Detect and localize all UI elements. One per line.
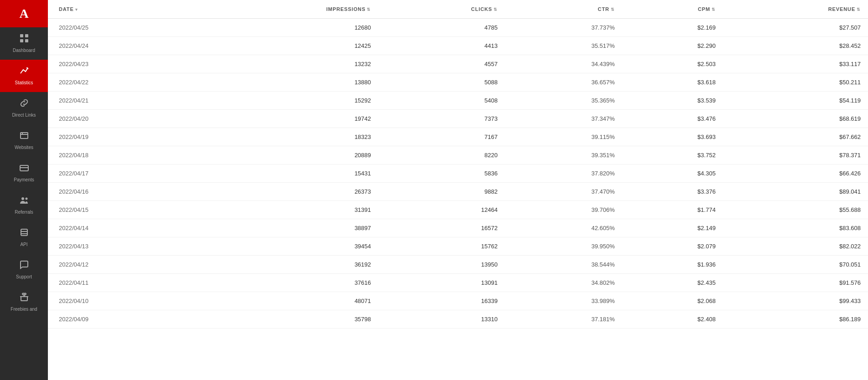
cell-date: 2022/04/18 [48, 146, 196, 164]
cell-revenue: $82.022 [723, 237, 868, 256]
cell-revenue: $67.662 [723, 128, 868, 146]
cell-ctr: 39.706% [505, 201, 622, 219]
cell-date: 2022/04/25 [48, 19, 196, 37]
sidebar-item-dashboard[interactable]: Dashboard [0, 27, 48, 60]
cell-date: 2022/04/11 [48, 274, 196, 292]
cell-revenue: $27.507 [723, 19, 868, 37]
table-row: 2022/04/09357981331037.181%$2.408$86.189 [48, 310, 868, 329]
cell-ctr: 34.802% [505, 274, 622, 292]
cell-date: 2022/04/22 [48, 73, 196, 92]
cell-impressions: 37616 [196, 274, 379, 292]
cell-clicks: 4413 [378, 37, 505, 55]
cell-cpm: $3.376 [622, 183, 723, 201]
cell-impressions: 48071 [196, 292, 379, 310]
cell-date: 2022/04/19 [48, 128, 196, 146]
main-content: DATE▾IMPRESSIONS⇅CLICKS⇅CTR⇅CPM⇅REVENUE⇅… [48, 0, 868, 380]
cell-cpm: $2.503 [622, 55, 723, 73]
col-header-date[interactable]: DATE▾ [48, 0, 196, 19]
cell-date: 2022/04/17 [48, 164, 196, 183]
cell-impressions: 13232 [196, 55, 379, 73]
cell-revenue: $70.051 [723, 256, 868, 274]
referrals-label: Referrals [15, 210, 33, 215]
cell-date: 2022/04/23 [48, 55, 196, 73]
cell-ctr: 39.950% [505, 237, 622, 256]
dashboard-icon [20, 34, 29, 45]
col-header-revenue[interactable]: REVENUE⇅ [723, 0, 868, 19]
sidebar-item-freebies[interactable]: Freebies and [0, 286, 48, 318]
cell-impressions: 39454 [196, 237, 379, 256]
cell-date: 2022/04/10 [48, 292, 196, 310]
cell-ctr: 37.737% [505, 19, 622, 37]
svg-point-11 [21, 197, 24, 200]
payments-label: Payments [14, 177, 34, 183]
table-row: 2022/04/10480711633933.989%$2.068$99.433 [48, 292, 868, 310]
cell-ctr: 37.347% [505, 110, 622, 128]
col-header-clicks[interactable]: CLICKS⇅ [378, 0, 505, 19]
sidebar-item-payments[interactable]: Payments [0, 157, 48, 189]
cell-ctr: 33.989% [505, 292, 622, 310]
cell-cpm: $2.079 [622, 237, 723, 256]
cell-ctr: 35.365% [505, 92, 622, 110]
cell-revenue: $78.371 [723, 146, 868, 164]
col-header-cpm[interactable]: CPM⇅ [622, 0, 723, 19]
table-row: 2022/04/1715431583637.820%$4.305$66.426 [48, 164, 868, 183]
cell-revenue: $54.119 [723, 92, 868, 110]
cell-date: 2022/04/14 [48, 219, 196, 237]
table-row: 2022/04/1626373988237.470%$3.376$89.041 [48, 183, 868, 201]
payments-icon [20, 163, 29, 175]
sidebar-item-statistics[interactable]: Statistics [0, 60, 48, 92]
cell-revenue: $91.576 [723, 274, 868, 292]
sidebar-nav: DashboardStatisticsDirect LinksWebsitesP… [0, 27, 48, 380]
support-label: Support [16, 274, 32, 280]
cell-cpm: $2.149 [622, 219, 723, 237]
cell-date: 2022/04/13 [48, 237, 196, 256]
sidebar-item-websites[interactable]: Websites [0, 124, 48, 157]
col-header-impressions[interactable]: IMPRESSIONS⇅ [196, 0, 379, 19]
table-row: 2022/04/1918323716739.115%$3.693$67.662 [48, 128, 868, 146]
sidebar-item-api[interactable]: API [0, 221, 48, 254]
cell-cpm: $2.169 [622, 19, 723, 37]
svg-rect-2 [20, 39, 23, 42]
cell-cpm: $3.693 [622, 128, 723, 146]
cell-impressions: 36192 [196, 256, 379, 274]
cell-revenue: $55.688 [723, 201, 868, 219]
sort-arrow-ctr: ⇅ [611, 7, 615, 12]
cell-revenue: $50.211 [723, 73, 868, 92]
cell-clicks: 15762 [378, 237, 505, 256]
logo-letter: A [19, 6, 28, 21]
cell-cpm: $3.476 [622, 110, 723, 128]
table-row: 2022/04/1820889822039.351%$3.752$78.371 [48, 146, 868, 164]
sidebar-item-referrals[interactable]: Referrals [0, 189, 48, 221]
cell-ctr: 38.544% [505, 256, 622, 274]
sidebar-item-direct-links[interactable]: Direct Links [0, 92, 48, 124]
statistics-table-container[interactable]: DATE▾IMPRESSIONS⇅CLICKS⇅CTR⇅CPM⇅REVENUE⇅… [48, 0, 868, 380]
table-row: 2022/04/12361921395038.544%$1.936$70.051 [48, 256, 868, 274]
cell-cpm: $1.936 [622, 256, 723, 274]
cell-impressions: 18323 [196, 128, 379, 146]
cell-date: 2022/04/15 [48, 201, 196, 219]
statistics-table: DATE▾IMPRESSIONS⇅CLICKS⇅CTR⇅CPM⇅REVENUE⇅… [48, 0, 868, 329]
cell-ctr: 37.181% [505, 310, 622, 329]
table-body: 2022/04/2512680478537.737%$2.169$27.5072… [48, 19, 868, 329]
sidebar-item-support[interactable]: Support [0, 254, 48, 286]
cell-ctr: 39.115% [505, 128, 622, 146]
table-row: 2022/04/2213880508836.657%$3.618$50.211 [48, 73, 868, 92]
cell-clicks: 4785 [378, 19, 505, 37]
sort-arrow-impressions: ⇅ [367, 7, 371, 12]
cell-impressions: 15431 [196, 164, 379, 183]
cell-date: 2022/04/09 [48, 310, 196, 329]
table-row: 2022/04/2412425441335.517%$2.290$28.452 [48, 37, 868, 55]
cell-date: 2022/04/21 [48, 92, 196, 110]
cell-ctr: 37.470% [505, 183, 622, 201]
table-row: 2022/04/11376161309134.802%$2.435$91.576 [48, 274, 868, 292]
table-header: DATE▾IMPRESSIONS⇅CLICKS⇅CTR⇅CPM⇅REVENUE⇅ [48, 0, 868, 19]
api-icon [20, 228, 29, 239]
cell-revenue: $83.608 [723, 219, 868, 237]
svg-point-12 [25, 198, 27, 200]
cell-impressions: 38897 [196, 219, 379, 237]
cell-impressions: 31391 [196, 201, 379, 219]
cell-clicks: 9882 [378, 183, 505, 201]
cell-ctr: 34.439% [505, 55, 622, 73]
col-header-ctr[interactable]: CTR⇅ [505, 0, 622, 19]
cell-cpm: $3.618 [622, 73, 723, 92]
